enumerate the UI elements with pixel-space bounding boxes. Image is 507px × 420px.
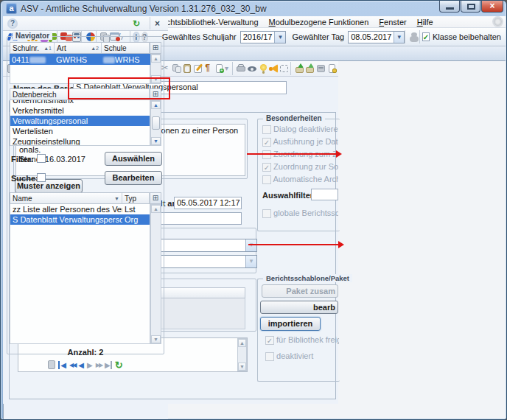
chevron-down-icon[interactable]: ▾ [274, 32, 285, 43]
scroll-up-icon[interactable]: ▲ [238, 339, 246, 347]
school-col-schulnr[interactable]: Schulnr.▲1 [10, 43, 55, 53]
nav-last-icon[interactable]: ▶ [105, 361, 112, 369]
paste-icon[interactable] [181, 63, 191, 74]
dialog-deaktivieren-checkbox[interactable] [262, 125, 271, 134]
nav-fast-forward-icon[interactable]: ▶▶ [96, 362, 102, 368]
maximize-icon [467, 4, 475, 10]
bearbeiten-button[interactable]: Bearbeiten [105, 171, 162, 185]
scroll-down-icon[interactable]: ▼ [151, 335, 161, 343]
chevron-down-icon[interactable]: ▾ [245, 256, 256, 267]
freigegeben-checkbox[interactable]: ✓ [265, 336, 274, 345]
nav-forward-icon[interactable]: ▶ [87, 361, 93, 369]
freigegeben-row: ✓ für Bibliothek freigegeb [265, 335, 339, 345]
importieren-button[interactable]: importieren [260, 317, 321, 331]
navigator-panel: ? ↻ × Navigator Schulnr.▲1 Art▲2 Schule … [3, 404, 168, 420]
suche-checkbox[interactable] [37, 173, 46, 182]
nav-first-icon[interactable]: ◀ [58, 361, 66, 369]
scrollbar-thumb[interactable] [152, 116, 160, 130]
minimize-icon [446, 7, 454, 10]
scroll-down-icon[interactable]: ▼ [238, 363, 246, 371]
hint-bulb-icon[interactable] [257, 63, 267, 74]
record-nav-bar: ◀ ◀◀ ◀ ▶ ▶▶ ▶ ↻ [3, 360, 168, 371]
zeugnis-checkbox[interactable] [262, 150, 271, 159]
auswaehlen-button[interactable]: Auswählen [105, 152, 162, 166]
import-library-icon[interactable] [294, 63, 304, 74]
globale-schablone-checkbox[interactable] [262, 209, 271, 218]
archivierung-label: Automatische Archivieru [273, 175, 338, 183]
suche-label: Suche: [11, 174, 38, 183]
maximize-button[interactable] [461, 1, 480, 13]
report-col-typ[interactable]: Typ [122, 193, 150, 203]
school-row-schulnr: 0411 [10, 55, 54, 64]
list-item-zeugniseinstellung[interactable]: Zeugniseinstellung [10, 136, 150, 146]
school-col-schule[interactable]: Schule [102, 43, 150, 53]
ausfuehrung-label: Ausführung je Datensat [273, 137, 338, 146]
school-row[interactable]: 0411 GWRHS WRHS [10, 54, 150, 65]
toolbar-separator [290, 62, 291, 75]
datenbereich-scrollbar[interactable]: ▲ ▼ [150, 100, 161, 146]
filter-checkbox[interactable] [37, 154, 46, 163]
minimize-button[interactable] [439, 1, 460, 13]
copy-icon[interactable] [171, 63, 181, 74]
list-item-verwaltungspersonal[interactable]: Verwaltungspersonal [10, 116, 150, 126]
archive-icon[interactable] [315, 63, 325, 74]
paragraph-icon[interactable]: ¶ [203, 63, 212, 74]
chevron-down-icon[interactable]: ▾ [394, 32, 404, 43]
scroll-down-icon[interactable]: ▼ [151, 137, 161, 145]
report-row-liste[interactable]: zz Liste aller Personen des Verwaltungsp… [10, 204, 150, 214]
title-bar[interactable]: a ASV - Amtliche Schulverwaltung Version… [1, 1, 506, 16]
column-config-icon[interactable]: ⊞ [150, 193, 161, 203]
auswahlfilter-input[interactable] [311, 189, 338, 200]
sondertabelle-checkbox[interactable]: ✓ [262, 163, 271, 172]
toolbar-separator [405, 30, 405, 43]
menu-modulbezogene[interactable]: Modulbezogene Funktionen [264, 17, 374, 27]
tag-combobox[interactable]: 08.05.2017▾ [348, 31, 405, 43]
schuljahr-combobox[interactable]: 2016/17▾ [240, 31, 287, 43]
tag-value: 08.05.2017 [349, 32, 394, 41]
report-row-datenblatt[interactable]: S Datenblatt Verwaltungspersonal Org [10, 214, 150, 225]
school-col-art[interactable]: Art▲2 [55, 43, 102, 53]
new-document-icon[interactable]: + [214, 63, 223, 74]
person-gray-icon[interactable] [408, 30, 416, 43]
preview-eye-icon[interactable] [246, 63, 256, 74]
report-col-name[interactable]: Name▼ [10, 193, 122, 203]
document-export-icon[interactable] [326, 63, 336, 74]
new-document-dropdown-icon[interactable]: ▾ [224, 63, 228, 74]
report-table-scrollbar[interactable]: ▲ ▼ [150, 204, 161, 344]
kommentar-scrollbar[interactable]: ▲ ▼ [237, 338, 247, 371]
archivierung-checkbox[interactable] [262, 175, 271, 184]
freigegeben-label: für Bibliothek freigegeb [276, 335, 339, 344]
globale-row: globale Berichtsschablo [262, 209, 338, 218]
list-item-verkehrsmittel[interactable]: Verkehrsmittel [10, 105, 150, 116]
list-item-wertelisten[interactable]: Wertelisten [10, 126, 150, 136]
export-library-icon[interactable] [304, 63, 314, 74]
panel-help-icon[interactable]: ? [7, 18, 18, 29]
bearbeiten-schablone-button[interactable]: bearb [260, 301, 338, 314]
ausfuehrung-checkbox[interactable]: ✓ [262, 138, 271, 147]
copy-record-icon[interactable] [48, 360, 55, 371]
paket-zusammenstellen-button[interactable]: Paket zusam [262, 284, 338, 298]
datenbereich-list: Unterrichtsmatrix Verkehrsmittel Verwalt… [10, 100, 150, 146]
chevron-down-icon[interactable]: ▾ [245, 239, 256, 251]
menu-fenster[interactable]: Fenster [374, 17, 411, 27]
nav-back-icon[interactable]: ◀ [78, 361, 84, 369]
menu-hilfe[interactable]: Hilfe [412, 17, 438, 27]
edit-report-icon[interactable] [192, 63, 202, 74]
erstellt-am-input[interactable]: 05.05.2017 12:17 [174, 197, 242, 209]
refresh-icon[interactable]: ↻ [115, 360, 123, 371]
close-button[interactable]: × [481, 1, 503, 13]
panel-refresh-icon[interactable]: ↻ [133, 18, 140, 29]
announce-horn-icon[interactable] [268, 63, 277, 74]
klasse-beibehalten-checkbox[interactable]: ✓ [422, 32, 430, 41]
scroll-up-icon[interactable]: ▲ [151, 55, 161, 63]
column-config-icon[interactable]: ⊞ [150, 43, 161, 53]
scroll-up-icon[interactable]: ▲ [151, 101, 161, 109]
scroll-up-icon[interactable]: ▲ [151, 205, 161, 213]
list-item-unterrichtsmatrix[interactable]: Unterrichtsmatrix [10, 100, 150, 105]
nav-fast-back-icon[interactable]: ◀◀ [69, 362, 75, 368]
print-icon[interactable] [235, 63, 245, 74]
ausfuehrung-row: ✓ Ausführung je Datensat [262, 137, 338, 147]
deaktiviert-checkbox[interactable] [265, 352, 274, 361]
panel-close-icon[interactable]: × [155, 18, 160, 29]
select-marquee-icon[interactable] [279, 63, 288, 74]
